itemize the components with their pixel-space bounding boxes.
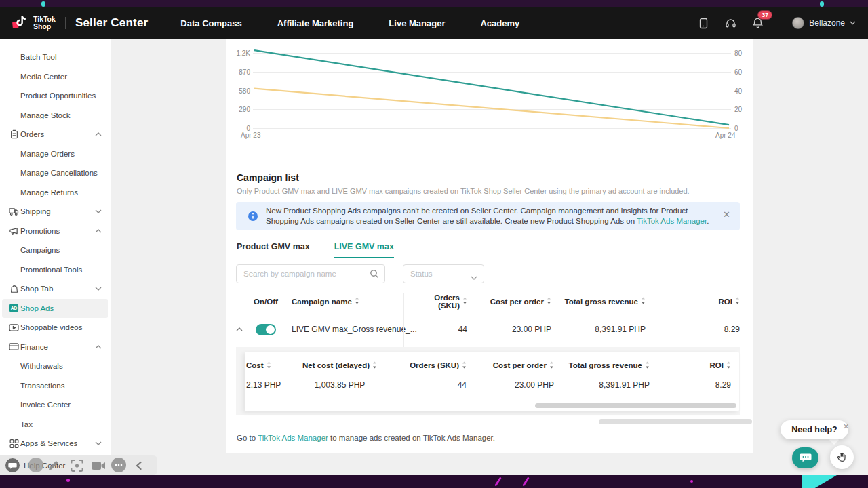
nav-academy[interactable]: Academy <box>480 18 519 28</box>
need-help-bubble[interactable]: Need help? <box>781 420 848 439</box>
y-tick-right: 80 <box>734 49 742 57</box>
sidebar-item-shop-ads[interactable]: ADShop Ads <box>2 299 108 319</box>
roi-cell: 8.29 <box>646 325 740 334</box>
y-tick-left: 870 <box>229 68 250 76</box>
horizontal-scrollbar[interactable] <box>535 403 736 408</box>
hand-icon <box>836 451 848 463</box>
close-icon[interactable]: ✕ <box>843 422 849 431</box>
help-center-icon[interactable] <box>5 458 20 472</box>
sidebar-item-label: Batch Tool <box>20 53 57 61</box>
more-options-icon[interactable] <box>111 458 126 472</box>
sidebar-list: Batch ToolMedia CenterProduct Opportunit… <box>0 47 111 453</box>
sort-icon[interactable] <box>641 297 646 306</box>
sort-icon[interactable] <box>355 297 359 306</box>
roi-cell: 8.29 <box>650 380 731 390</box>
info-icon <box>248 211 258 224</box>
fixed-column-divider <box>403 293 404 348</box>
chevron-down-icon <box>95 209 102 214</box>
sidebar-item-transactions[interactable]: Transactions <box>0 376 111 396</box>
sidebar-item-shipping[interactable]: Shipping <box>0 202 111 222</box>
sidebar-item-tax[interactable]: Tax <box>0 415 111 434</box>
sidebar-item-manage-returns[interactable]: Manage Returns <box>0 183 111 203</box>
col-total-gross-revenue[interactable]: Total gross revenue <box>554 361 650 370</box>
sort-icon[interactable] <box>462 361 467 370</box>
tiktok-shop-logo[interactable]: TikTok Shop <box>12 14 56 32</box>
horizontal-scrollbar[interactable] <box>599 419 752 424</box>
sidebar-item-label: Shop Tab <box>20 285 53 293</box>
sort-icon[interactable] <box>549 361 554 370</box>
header-divider <box>65 17 66 29</box>
collapse-row-icon[interactable] <box>236 327 248 331</box>
notifications-bell-icon[interactable]: 37 <box>751 16 764 30</box>
col-cost[interactable]: Cost <box>245 361 282 370</box>
sidebar-item-promotions[interactable]: Promotions <box>0 222 111 241</box>
sidebar-item-batch-tool[interactable]: Batch Tool <box>0 47 111 67</box>
tab-product-gmv-max[interactable]: Product GMV max <box>237 242 310 258</box>
sidebar-item-promotional-tools[interactable]: Promotional Tools <box>0 260 111 280</box>
header-right: 37 Bellazone <box>696 16 856 30</box>
sidebar-item-apps-services[interactable]: Apps & Services <box>0 434 111 453</box>
sidebar-item-shoppable-videos[interactable]: Shoppable videos <box>0 318 111 338</box>
sort-icon[interactable] <box>372 361 377 370</box>
video-camera-icon[interactable] <box>92 461 106 470</box>
sort-icon[interactable] <box>726 361 731 370</box>
sidebar-item-manage-stock[interactable]: Manage Stock <box>0 106 111 125</box>
screenshot-focus-icon[interactable] <box>71 459 83 472</box>
col-cost-per-order[interactable]: Cost per order <box>467 297 551 306</box>
sidebar-item-manage-orders[interactable]: Manage Orders <box>0 144 111 164</box>
seller-center-title[interactable]: Seller Center <box>75 16 148 30</box>
sidebar-item-orders[interactable]: Orders <box>0 125 111 144</box>
campaign-name-cell[interactable]: LIVE GMV max_Gross revenue_... <box>283 325 419 334</box>
nav-live-manager[interactable]: Live Manager <box>389 18 445 28</box>
col-net-cost[interactable]: Net cost (delayed) <box>282 361 397 370</box>
sidebar-item-media-center[interactable]: Media Center <box>0 67 111 87</box>
sort-icon[interactable] <box>645 361 650 370</box>
sidebar-item-label: Manage Stock <box>20 111 71 119</box>
col-orders[interactable]: Orders (SKU) <box>419 293 467 310</box>
pencil-icon[interactable] <box>47 460 59 471</box>
sort-icon[interactable] <box>462 297 467 306</box>
support-headset-icon[interactable] <box>724 16 737 30</box>
sort-icon[interactable] <box>735 297 740 306</box>
sidebar-item-label: Manage Cancellations <box>20 169 98 177</box>
sidebar-item-label: Finance <box>20 343 48 351</box>
sidebar-item-finance[interactable]: Finance <box>0 338 111 357</box>
cost-per-order-cell: 23.00 PHP <box>467 380 554 390</box>
sidebar-item-campaigns[interactable]: Campaigns <box>0 241 111 260</box>
col-cost-per-order[interactable]: Cost per order <box>467 361 554 370</box>
col-orders[interactable]: Orders (SKU) <box>397 361 467 370</box>
sort-icon[interactable] <box>547 297 551 306</box>
campaign-table-header: On/Off Campaign name Orders (SKU) Cost p… <box>236 293 740 310</box>
mobile-app-icon[interactable] <box>696 16 710 30</box>
orders-cell: 44 <box>419 325 467 334</box>
campaign-onoff-toggle[interactable] <box>256 324 276 336</box>
nav-data-compass[interactable]: Data Compass <box>180 18 241 28</box>
col-campaign-name[interactable]: Campaign name <box>283 297 419 306</box>
sort-icon[interactable] <box>267 361 271 370</box>
footer-ads-manager-link[interactable]: TikTok Ads Manager <box>258 434 328 442</box>
tab-live-gmv-max[interactable]: LIVE GMV max <box>334 242 394 258</box>
chat-button[interactable] <box>792 447 818 468</box>
sidebar-item-manage-cancellations[interactable]: Manage Cancellations <box>0 163 111 183</box>
nav-affiliate-marketing[interactable]: Affiliate Marketing <box>277 18 354 28</box>
status-filter[interactable]: Status <box>403 264 484 283</box>
sidebar-item-product-opportunities[interactable]: Product Opportunities <box>0 86 111 106</box>
sidebar-item-withdrawals[interactable]: Withdrawals <box>0 357 111 376</box>
section-subtitle: Only Product GMV max and LIVE GMV max ca… <box>237 187 690 195</box>
recorder-toolbar: Help Center <box>0 455 157 475</box>
search-input[interactable] <box>243 270 366 278</box>
sidebar-item-shop-tab[interactable]: Shop Tab <box>0 279 111 299</box>
campaign-search[interactable] <box>236 264 385 283</box>
chevron-left-icon[interactable] <box>136 461 142 470</box>
col-roi[interactable]: ROI <box>650 361 731 370</box>
hand-raise-button[interactable] <box>830 445 854 469</box>
main-content-card: 1.2K8705802900 806040200 Apr 23 Apr 24 C… <box>226 39 753 453</box>
banner-ads-manager-link[interactable]: TikTok Ads Manager <box>637 217 707 225</box>
net-cost-cell: 1,003.85 PHP <box>282 380 397 390</box>
sidebar-item-invoice-center[interactable]: Invoice Center <box>0 395 111 415</box>
col-roi[interactable]: ROI <box>646 297 740 306</box>
sidebar-item-label: Shipping <box>20 207 51 216</box>
close-icon[interactable]: ✕ <box>723 210 730 219</box>
col-total-gross-revenue[interactable]: Total gross revenue <box>551 297 646 306</box>
user-menu[interactable]: Bellazone <box>792 17 856 29</box>
